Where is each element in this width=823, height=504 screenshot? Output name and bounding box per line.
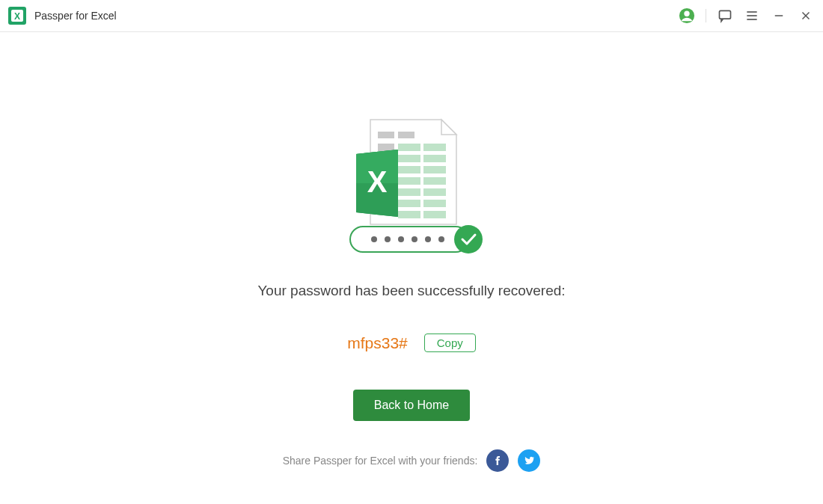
menu-icon[interactable] bbox=[744, 7, 760, 24]
close-icon[interactable] bbox=[798, 7, 814, 24]
svg-rect-13 bbox=[398, 132, 414, 138]
svg-point-38 bbox=[425, 236, 431, 242]
recovered-password: mfps33# bbox=[347, 334, 408, 352]
svg-rect-14 bbox=[378, 144, 394, 151]
success-illustration: X bbox=[337, 118, 486, 260]
svg-rect-25 bbox=[423, 188, 446, 196]
minimize-icon[interactable] bbox=[771, 7, 787, 24]
account-icon[interactable] bbox=[679, 7, 695, 24]
svg-rect-23 bbox=[423, 177, 446, 185]
separator bbox=[706, 9, 706, 22]
svg-text:X: X bbox=[14, 11, 20, 22]
svg-rect-21 bbox=[423, 166, 446, 173]
main-content: X Your password has been successfully re… bbox=[0, 32, 823, 472]
svg-point-40 bbox=[454, 225, 483, 253]
svg-point-35 bbox=[385, 236, 391, 242]
feedback-icon[interactable] bbox=[717, 7, 733, 24]
svg-rect-18 bbox=[398, 155, 420, 162]
svg-rect-5 bbox=[720, 10, 731, 19]
share-text: Share Passper for Excel with your friend… bbox=[283, 455, 478, 467]
svg-point-39 bbox=[438, 236, 444, 242]
svg-rect-15 bbox=[398, 144, 420, 151]
back-to-home-button[interactable]: Back to Home bbox=[353, 390, 470, 421]
svg-point-36 bbox=[398, 236, 404, 242]
twitter-icon[interactable] bbox=[518, 449, 540, 472]
svg-rect-22 bbox=[398, 177, 420, 185]
password-result-row: mfps33# Copy bbox=[347, 334, 476, 352]
svg-text:X: X bbox=[367, 165, 388, 198]
svg-point-34 bbox=[371, 236, 377, 242]
facebook-icon[interactable] bbox=[486, 449, 509, 472]
svg-rect-28 bbox=[398, 211, 420, 218]
window-controls bbox=[679, 7, 814, 24]
copy-button[interactable]: Copy bbox=[424, 334, 476, 352]
svg-rect-20 bbox=[398, 166, 420, 173]
svg-rect-33 bbox=[350, 227, 468, 252]
svg-rect-27 bbox=[423, 200, 446, 207]
success-message: Your password has been successfully reco… bbox=[257, 283, 565, 299]
svg-point-37 bbox=[412, 236, 417, 242]
titlebar: X Passper for Excel bbox=[0, 0, 823, 32]
svg-point-4 bbox=[684, 11, 689, 16]
svg-rect-12 bbox=[378, 132, 394, 138]
excel-app-icon: X bbox=[7, 6, 27, 25]
svg-rect-16 bbox=[423, 144, 446, 151]
svg-rect-24 bbox=[398, 188, 420, 196]
share-row: Share Passper for Excel with your friend… bbox=[283, 449, 541, 472]
svg-rect-26 bbox=[398, 200, 420, 207]
svg-rect-29 bbox=[423, 211, 446, 218]
svg-rect-19 bbox=[423, 155, 446, 162]
app-title: Passper for Excel bbox=[34, 10, 117, 22]
